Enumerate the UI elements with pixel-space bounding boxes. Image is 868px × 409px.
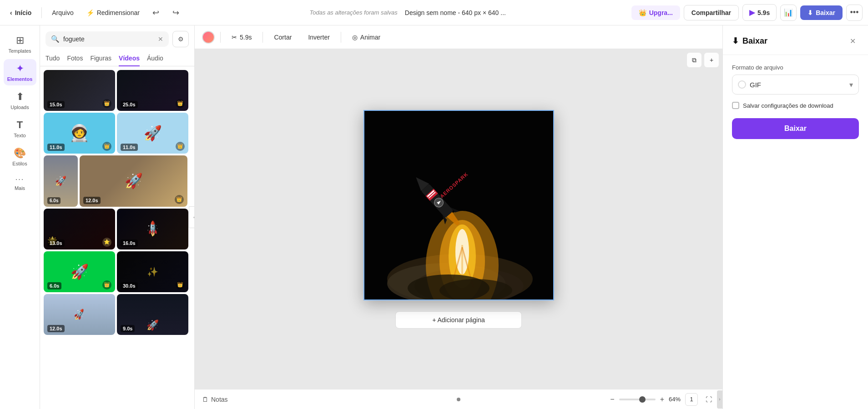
- video-duration: 25.0s: [121, 101, 138, 108]
- share-button[interactable]: Compartilhar: [684, 5, 739, 20]
- download-panel-body: Formato de arquivo GIF ▾ Salvar configur…: [723, 55, 868, 409]
- baixar-button[interactable]: Baixar: [732, 118, 859, 139]
- sidebar-item-mais[interactable]: ··· Mais: [4, 172, 36, 195]
- premium-icon: 👑: [175, 195, 184, 204]
- scissors-icon: ✂: [232, 34, 237, 41]
- save-settings-label: Salvar configurações de download: [743, 102, 833, 109]
- upgrade-button[interactable]: 👑 Upgra...: [631, 5, 680, 20]
- download-icon: ⬇: [732, 36, 739, 46]
- toolbar-separator: [341, 32, 341, 43]
- video-duration: 30.0s: [121, 282, 138, 289]
- cut-duration-button[interactable]: ✂ 5.9s: [226, 31, 257, 44]
- toolbar-separator: [41, 7, 42, 18]
- filter-button[interactable]: ⚙: [172, 31, 189, 47]
- chevron-left-icon: ‹: [10, 9, 12, 16]
- zoom-thumb[interactable]: [639, 396, 646, 403]
- video-thumbnail[interactable]: 25.0s 👑: [117, 70, 188, 111]
- video-duration: 11.0s: [47, 144, 65, 151]
- video-thumbnail[interactable]: 🚀 6.0s: [44, 155, 78, 207]
- video-thumbnail[interactable]: 🚀 12.0s: [44, 294, 115, 335]
- duplicate-page-button[interactable]: ⧉: [687, 53, 701, 67]
- canvas-frame[interactable]: AEROSPARK: [363, 110, 554, 300]
- analytics-button[interactable]: 📊: [780, 5, 797, 21]
- premium-icon: 👑: [176, 280, 185, 289]
- video-thumbnail[interactable]: 🚀 12.0s 👑: [80, 155, 187, 207]
- arquivo-button[interactable]: Arquivo: [47, 6, 78, 19]
- add-page-overlay-button[interactable]: +: [704, 53, 719, 67]
- play-icon: ▶: [749, 8, 755, 17]
- video-thumbnail[interactable]: 🚀 6.0s 👑: [44, 251, 115, 292]
- video-duration: 13.0s: [47, 239, 65, 247]
- play-button[interactable]: ▶ 5.9s: [742, 4, 777, 21]
- ellipsis-icon: •••: [850, 8, 859, 17]
- animar-button[interactable]: ◎ Animar: [347, 31, 386, 44]
- page-number-button[interactable]: 1: [685, 393, 698, 406]
- zoom-out-icon[interactable]: −: [610, 395, 614, 404]
- crown-icon: 👑: [639, 9, 646, 16]
- video-thumbnail[interactable]: 🌟 13.0s ⭐: [44, 209, 115, 249]
- fullscreen-button[interactable]: ⛶: [702, 393, 715, 406]
- video-thumbnail[interactable]: 🚀 16.0s: [117, 209, 188, 249]
- save-settings-checkbox[interactable]: [732, 102, 739, 109]
- undo-button[interactable]: ↩: [148, 5, 164, 21]
- home-button[interactable]: ‹ Início: [5, 6, 36, 19]
- sidebar-item-texto[interactable]: T Texto: [4, 115, 36, 142]
- fullscreen-icon: ⛶: [706, 396, 712, 403]
- collapse-right-handle[interactable]: ›: [717, 390, 722, 409]
- sidebar-item-label: Templates: [8, 48, 31, 54]
- mais-icon: ···: [15, 175, 24, 184]
- premium-icon: 👑: [102, 142, 111, 151]
- bottom-bar: 🗒 Notas − + 64% 1 ⛶: [195, 389, 722, 409]
- inverter-button[interactable]: Inverter: [303, 31, 335, 44]
- sidebar-item-label: Estilos: [12, 161, 27, 166]
- templates-icon: ⊞: [16, 35, 24, 46]
- video-thumbnail[interactable]: 🧑‍🚀 11.0s 👑: [44, 113, 115, 154]
- premium-icon: ⭐: [102, 238, 111, 247]
- uploads-icon: ⬆: [16, 91, 24, 103]
- redo-button[interactable]: ↪: [168, 5, 184, 21]
- premium-icon: 👑: [102, 99, 111, 108]
- video-duration: 9.0s: [121, 325, 135, 332]
- close-download-panel-button[interactable]: ✕: [846, 35, 859, 47]
- video-thumbnail[interactable]: 🚀 11.0s 👑: [117, 113, 188, 154]
- video-duration: 12.0s: [83, 197, 101, 204]
- more-options-button[interactable]: •••: [846, 5, 863, 21]
- sidebar-item-label: Texto: [14, 133, 25, 138]
- zoom-label: 64%: [669, 396, 681, 403]
- format-select[interactable]: GIF ▾: [732, 75, 859, 95]
- tab-tudo[interactable]: Tudo: [45, 51, 60, 66]
- download-panel: ⬇ Baixar ✕ Formato de arquivo GIF ▾ Salv…: [722, 25, 868, 409]
- premium-icon: 👑: [176, 99, 185, 108]
- sidebar-item-uploads[interactable]: ⬆ Uploads: [4, 87, 36, 114]
- cortar-button[interactable]: Cortar: [268, 31, 297, 44]
- tab-videos[interactable]: Vídeos: [119, 51, 140, 66]
- redimensionar-button[interactable]: ⚡ Redimensionar: [82, 6, 144, 19]
- hide-panel-button[interactable]: ‹: [189, 206, 195, 228]
- tab-fotos[interactable]: Fotos: [67, 51, 83, 66]
- top-toolbar: ‹ Início Arquivo ⚡ Redimensionar ↩ ↪ Tod…: [0, 0, 868, 25]
- video-thumbnail[interactable]: ✨ 30.0s 👑: [117, 251, 188, 292]
- premium-icon: 👑: [102, 280, 111, 289]
- tab-figuras[interactable]: Figuras: [90, 51, 111, 66]
- zoom-slider[interactable]: [619, 399, 656, 400]
- tab-audio[interactable]: Áudio: [147, 51, 163, 66]
- add-page-button[interactable]: + Adicionar página: [395, 311, 522, 329]
- sidebar-item-estilos[interactable]: 🎨 Estilos: [4, 144, 36, 170]
- search-input-wrap: 🔍 ✕: [45, 31, 169, 47]
- grid-row: 🚀 6.0s 🚀 12.0s 👑: [44, 155, 191, 207]
- video-thumbnail[interactable]: 15.0s 👑: [44, 70, 115, 111]
- color-picker-button[interactable]: [202, 31, 215, 44]
- download-toolbar-button[interactable]: ⬇ Baixar: [800, 5, 843, 20]
- premium-icon: 👑: [176, 142, 185, 151]
- toolbar-separator: [220, 32, 221, 43]
- search-panel: 🔍 ✕ ⚙ Tudo Fotos Figuras Vídeos Áudio 15…: [40, 25, 195, 409]
- notes-button[interactable]: 🗒 Notas: [202, 396, 228, 403]
- clear-search-icon[interactable]: ✕: [158, 35, 163, 43]
- search-input[interactable]: [63, 35, 154, 43]
- format-circle-icon: [738, 80, 746, 89]
- sidebar-item-templates[interactable]: ⊞ Templates: [4, 31, 36, 57]
- duplicate-icon: ⧉: [692, 56, 696, 64]
- zoom-in-icon[interactable]: +: [660, 395, 664, 404]
- sidebar-item-elementos[interactable]: ✦ Elementos: [4, 59, 36, 85]
- video-thumbnail[interactable]: 🚀 9.0s: [117, 294, 188, 335]
